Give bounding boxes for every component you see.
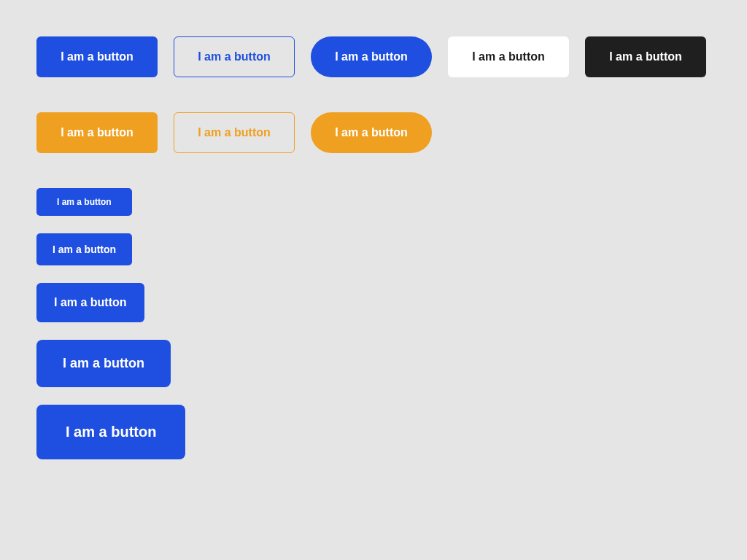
button-orange-pill[interactable]: I am a button	[311, 112, 432, 153]
button-white[interactable]: I am a button	[448, 36, 569, 77]
size-column: I am a button I am a button I am a butto…	[36, 188, 711, 459]
button-size-md[interactable]: I am a button	[36, 283, 144, 322]
button-size-xs[interactable]: I am a button	[36, 188, 132, 216]
variant-row-blue: I am a button I am a button I am a butto…	[36, 36, 711, 77]
button-blue-filled[interactable]: I am a button	[36, 36, 158, 77]
button-orange-filled[interactable]: I am a button	[36, 112, 158, 153]
button-size-sm[interactable]: I am a button	[36, 233, 132, 265]
variant-row-orange: I am a button I am a button I am a butto…	[36, 112, 711, 153]
button-size-lg[interactable]: I am a button	[36, 340, 171, 387]
button-blue-pill[interactable]: I am a button	[311, 36, 432, 77]
button-orange-outline[interactable]: I am a button	[174, 112, 295, 153]
button-blue-outline[interactable]: I am a button	[174, 36, 295, 77]
button-dark[interactable]: I am a button	[585, 36, 706, 77]
button-size-xl[interactable]: I am a button	[36, 405, 185, 459]
